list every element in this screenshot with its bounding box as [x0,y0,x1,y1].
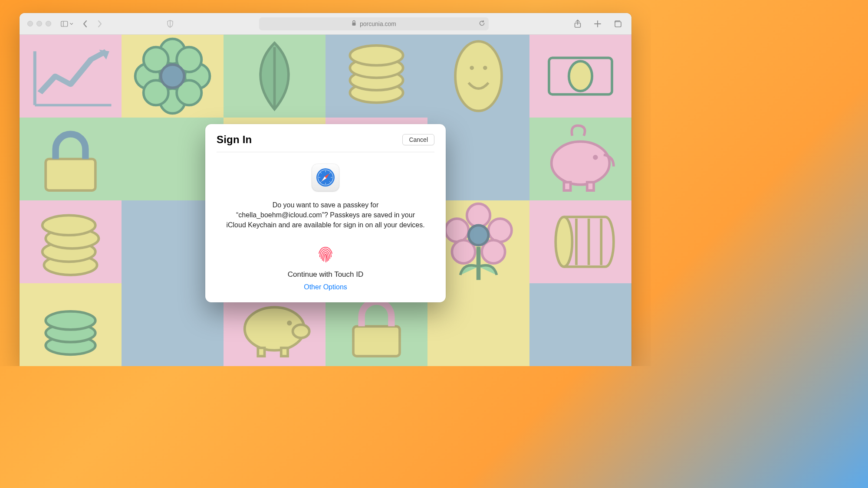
svg-rect-25 [46,159,95,191]
svg-point-27 [593,155,598,160]
piggy-bank-icon [529,118,631,200]
svg-point-41 [556,217,572,267]
share-button[interactable] [572,18,584,30]
share-icon [574,20,581,28]
shield-icon [167,20,174,28]
forward-button[interactable] [94,18,106,30]
banknote-icon [529,35,631,118]
dialog-title: Sign In [217,134,252,146]
svg-rect-50 [258,348,264,356]
leaf-icon [224,35,326,118]
window-minimize-button[interactable] [36,21,42,26]
cancel-button[interactable]: Cancel [402,134,434,145]
svg-point-26 [552,141,610,184]
padlock-icon [20,118,122,200]
sidebar-toggle-button[interactable] [61,18,73,30]
passkey-dialog: Sign In Cancel [205,124,446,302]
other-options-link[interactable]: Other Options [304,283,347,291]
safari-toolbar: porcunia.com [20,13,631,35]
window-zoom-button[interactable] [46,21,51,26]
safari-window: porcunia.com [20,13,631,366]
svg-point-19 [350,46,403,66]
svg-rect-0 [61,21,68,26]
continue-touch-id-label: Continue with Touch ID [217,270,434,279]
coins-stack-icon [326,35,427,118]
privacy-report-button[interactable] [164,18,176,30]
window-traffic-lights [27,21,51,26]
dialog-message: Do you want to save a passkey for “chell… [226,200,425,230]
svg-point-20 [455,41,502,111]
svg-point-47 [46,311,95,330]
svg-rect-5 [615,22,621,27]
fingerprint-icon [316,244,335,264]
svg-rect-29 [587,182,594,190]
svg-point-36 [488,219,511,242]
svg-rect-28 [564,182,570,190]
chevron-down-icon [70,22,73,26]
reload-button[interactable] [479,20,485,28]
coins-stack-icon [20,200,122,283]
window-close-button[interactable] [27,21,33,26]
svg-rect-51 [281,348,288,356]
chevron-left-icon [82,20,88,28]
chevron-right-icon [97,20,102,28]
coins-stack-icon [20,283,122,366]
tab-overview-button[interactable] [612,18,624,30]
svg-point-49 [287,321,292,325]
sidebar-icon [61,20,68,28]
svg-point-33 [43,215,95,235]
back-button[interactable] [79,18,91,30]
compass-icon [315,167,336,188]
flower-icon [122,35,224,118]
lock-icon [352,20,356,27]
svg-point-34 [467,204,490,227]
svg-point-39 [469,225,489,245]
svg-point-14 [161,65,184,88]
svg-point-52 [293,325,309,338]
coin-roll-icon [529,200,631,283]
address-bar[interactable]: porcunia.com [259,17,489,30]
new-tab-button[interactable] [592,18,604,30]
svg-point-22 [483,66,487,70]
svg-point-24 [569,61,592,91]
tab-overview-icon [613,20,622,28]
reload-icon [479,20,485,26]
svg-rect-53 [353,326,400,356]
address-bar-text: porcunia.com [360,20,396,27]
svg-point-21 [470,66,474,70]
safari-app-icon [312,164,339,191]
chart-up-icon [20,35,122,118]
svg-rect-3 [352,23,355,26]
smiley-coin-icon [427,35,529,118]
page-content: Sign In Cancel [20,35,631,366]
svg-point-35 [445,219,468,242]
plus-icon [594,20,602,28]
touch-id-button[interactable] [315,243,336,264]
